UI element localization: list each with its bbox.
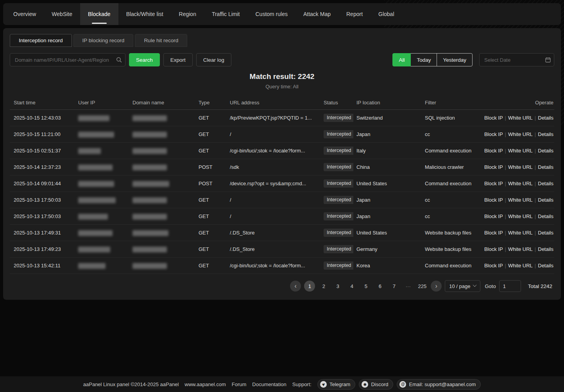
page-number-3[interactable]: 3	[332, 281, 343, 292]
pagination-ellipsis[interactable]: ···	[403, 281, 414, 292]
calendar-icon[interactable]	[545, 57, 551, 63]
goto-page-input[interactable]	[499, 280, 521, 292]
op-details-link[interactable]: Details	[538, 181, 553, 186]
op-white-url-link[interactable]: White URL	[508, 246, 533, 252]
page-number-1[interactable]: 1	[304, 281, 315, 292]
user-ip-cell	[75, 192, 129, 208]
op-block-ip-link[interactable]: Block IP	[484, 115, 503, 121]
op-white-url-link[interactable]: White URL	[508, 263, 533, 268]
table-row: 2025-10-15 12:43:03GET/kp/PreviewKPQT.js…	[10, 110, 554, 126]
footer-link-documentation[interactable]: Documentation	[252, 381, 286, 387]
nav-tab-report[interactable]: Report	[338, 3, 371, 25]
op-details-link[interactable]: Details	[538, 148, 553, 154]
start-time-cell: 2025-10-14 09:01:44	[10, 175, 75, 192]
date-range-group: AllTodayYesterday	[392, 53, 473, 66]
subtab-ip-blocking-record[interactable]: IP blocking record	[73, 34, 134, 47]
search-input[interactable]	[10, 53, 125, 66]
footer-link-www-aapanel-com[interactable]: www.aapanel.com	[184, 381, 226, 387]
subtab-interception-record[interactable]: Interception record	[10, 34, 72, 47]
range-button-all[interactable]: All	[392, 53, 411, 66]
domain-name-redacted	[132, 263, 167, 269]
op-block-ip-link[interactable]: Block IP	[484, 197, 503, 203]
page-number-6[interactable]: 6	[374, 281, 385, 292]
date-input[interactable]	[479, 53, 554, 66]
search-button[interactable]: Search	[129, 53, 160, 66]
url-address-cell: /cgi-bin/luci/;stok = /locale?form...	[227, 258, 320, 274]
range-button-yesterday[interactable]: Yesterday	[437, 53, 473, 66]
nav-tab-traffic-limit[interactable]: Traffic Limit	[204, 3, 248, 25]
status-cell: Intercepted	[320, 143, 353, 159]
operate-separator: |	[505, 131, 506, 137]
page-number-225[interactable]: 225	[417, 281, 428, 292]
op-block-ip-link[interactable]: Block IP	[484, 263, 503, 268]
op-block-ip-link[interactable]: Block IP	[484, 230, 503, 236]
page-number-4[interactable]: 4	[346, 281, 357, 292]
op-details-link[interactable]: Details	[538, 230, 553, 236]
ip-location-cell: United States	[353, 175, 422, 192]
status-badge: Intercepted	[324, 114, 353, 122]
export-button[interactable]: Export	[163, 53, 193, 66]
op-block-ip-link[interactable]: Block IP	[484, 164, 503, 170]
operate-separator: |	[535, 197, 536, 203]
page-number-7[interactable]: 7	[389, 281, 399, 292]
footer-button-telegram[interactable]: ▶Telegram	[317, 379, 355, 390]
operate-separator: |	[535, 164, 536, 170]
op-white-url-link[interactable]: White URL	[508, 148, 533, 154]
status-badge: Intercepted	[324, 229, 353, 237]
op-block-ip-link[interactable]: Block IP	[484, 181, 503, 186]
nav-tab-custom-rules[interactable]: Custom rules	[248, 3, 295, 25]
ip-location-cell: Japan	[353, 126, 422, 143]
nav-tab-website[interactable]: WebSite	[44, 3, 80, 25]
next-page-button[interactable]: ›	[431, 281, 442, 292]
subtab-rule-hit-record[interactable]: Rule hit record	[135, 34, 187, 47]
op-details-link[interactable]: Details	[538, 197, 553, 203]
filter-cell: Command execution	[422, 258, 480, 274]
clear-log-button[interactable]: Clear log	[196, 53, 231, 66]
nav-tab-region[interactable]: Region	[171, 3, 204, 25]
op-details-link[interactable]: Details	[538, 131, 553, 137]
page-number-5[interactable]: 5	[360, 281, 371, 292]
status-cell: Intercepted	[320, 225, 353, 241]
url-address-cell: /.DS_Store	[227, 241, 320, 258]
op-white-url-link[interactable]: White URL	[508, 213, 533, 219]
op-block-ip-link[interactable]: Block IP	[484, 213, 503, 219]
user-ip-cell	[75, 175, 129, 192]
ip-location-cell: Italy	[353, 143, 422, 159]
op-details-link[interactable]: Details	[538, 213, 553, 219]
prev-page-button[interactable]: ‹	[290, 281, 301, 292]
page-number-2[interactable]: 2	[318, 281, 329, 292]
nav-tab-black-white-list[interactable]: Black/White list	[118, 3, 171, 25]
op-block-ip-link[interactable]: Block IP	[484, 148, 503, 154]
operate-separator: |	[505, 148, 506, 154]
op-white-url-link[interactable]: White URL	[508, 230, 533, 236]
op-details-link[interactable]: Details	[538, 164, 553, 170]
op-block-ip-link[interactable]: Block IP	[484, 131, 503, 137]
footer-button-email[interactable]: @Email: support@aapanel.com	[397, 379, 481, 390]
footer-button-discord[interactable]: ☻Discord	[359, 379, 393, 390]
footer-buttons: ▶Telegram☻Discord@Email: support@aapanel…	[317, 379, 481, 390]
status-cell: Intercepted	[320, 159, 353, 175]
op-details-link[interactable]: Details	[538, 263, 553, 268]
page-size-select[interactable]: 10 / page	[445, 280, 480, 292]
op-white-url-link[interactable]: White URL	[508, 197, 533, 203]
footer-link-forum[interactable]: Forum	[232, 381, 247, 387]
nav-tab-attack-map[interactable]: Attack Map	[295, 3, 338, 25]
operate-separator: |	[535, 213, 536, 219]
nav-tab-overview[interactable]: Overview	[5, 3, 44, 25]
nav-tab-global[interactable]: Global	[371, 3, 402, 25]
table-row: 2025-10-13 17:50:03GET/InterceptedJapanc…	[10, 192, 554, 208]
user-ip-redacted	[78, 197, 116, 203]
op-block-ip-link[interactable]: Block IP	[484, 246, 503, 252]
search-icon[interactable]	[116, 57, 122, 63]
status-cell: Intercepted	[320, 192, 353, 208]
range-button-today[interactable]: Today	[410, 53, 437, 66]
nav-tab-blockade[interactable]: Blockade	[80, 3, 118, 25]
op-white-url-link[interactable]: White URL	[508, 181, 533, 186]
op-white-url-link[interactable]: White URL	[508, 115, 533, 121]
telegram-icon: ▶	[320, 381, 327, 388]
op-details-link[interactable]: Details	[538, 246, 553, 252]
op-white-url-link[interactable]: White URL	[508, 164, 533, 170]
op-details-link[interactable]: Details	[538, 115, 553, 121]
op-white-url-link[interactable]: White URL	[508, 131, 533, 137]
table-row: 2025-10-14 12:37:23POST/sdkInterceptedCh…	[10, 159, 554, 175]
